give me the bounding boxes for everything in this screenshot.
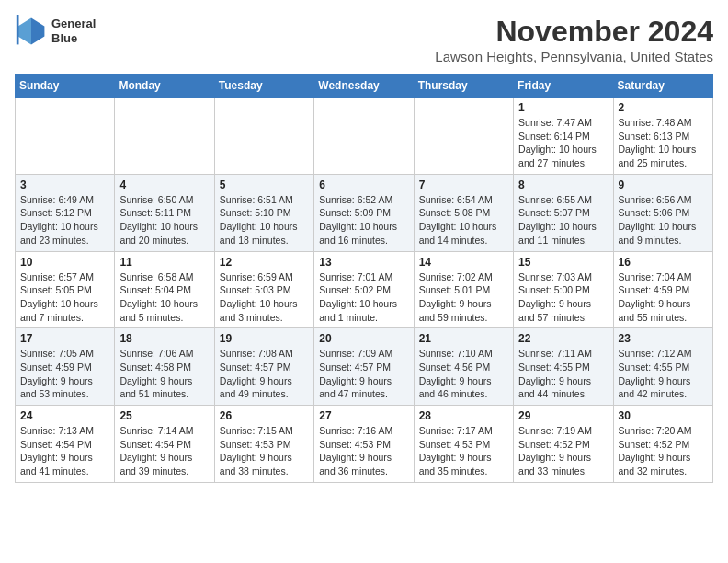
day-info: Sunrise: 6:58 AM Sunset: 5:04 PM Dayligh… bbox=[119, 270, 209, 325]
day-cell bbox=[214, 98, 313, 175]
day-cell: 30Sunrise: 7:20 AM Sunset: 4:52 PM Dayli… bbox=[613, 406, 712, 483]
day-info: Sunrise: 7:47 AM Sunset: 6:14 PM Dayligh… bbox=[518, 116, 608, 170]
day-number: 27 bbox=[319, 409, 408, 422]
day-number: 15 bbox=[518, 256, 608, 269]
day-info: Sunrise: 6:59 AM Sunset: 5:03 PM Dayligh… bbox=[220, 270, 309, 325]
day-cell: 12Sunrise: 6:59 AM Sunset: 5:03 PM Dayli… bbox=[214, 251, 313, 328]
day-cell: 22Sunrise: 7:11 AM Sunset: 4:55 PM Dayli… bbox=[514, 328, 613, 406]
weekday-header-monday: Monday bbox=[115, 75, 214, 98]
day-number: 6 bbox=[319, 178, 408, 191]
day-info: Sunrise: 7:05 AM Sunset: 4:59 PM Dayligh… bbox=[20, 347, 109, 401]
day-info: Sunrise: 7:48 AM Sunset: 6:13 PM Dayligh… bbox=[619, 116, 708, 170]
day-cell: 10Sunrise: 6:57 AM Sunset: 5:05 PM Dayli… bbox=[16, 251, 115, 328]
day-cell: 27Sunrise: 7:16 AM Sunset: 4:53 PM Dayli… bbox=[314, 406, 414, 483]
logo: General Blue bbox=[15, 15, 96, 48]
day-info: Sunrise: 7:01 AM Sunset: 5:02 PM Dayligh… bbox=[319, 270, 408, 325]
weekday-header-friday: Friday bbox=[514, 75, 613, 98]
day-cell: 26Sunrise: 7:15 AM Sunset: 4:53 PM Dayli… bbox=[214, 406, 313, 483]
day-number: 13 bbox=[319, 256, 408, 269]
day-number: 5 bbox=[220, 178, 309, 191]
logo-icon bbox=[15, 15, 48, 48]
day-info: Sunrise: 7:06 AM Sunset: 4:58 PM Dayligh… bbox=[119, 347, 209, 401]
day-info: Sunrise: 6:50 AM Sunset: 5:11 PM Dayligh… bbox=[119, 193, 209, 247]
day-number: 20 bbox=[319, 332, 408, 345]
day-cell: 29Sunrise: 7:19 AM Sunset: 4:52 PM Dayli… bbox=[514, 406, 613, 483]
day-number: 22 bbox=[518, 332, 608, 345]
day-info: Sunrise: 6:52 AM Sunset: 5:09 PM Dayligh… bbox=[319, 193, 408, 247]
day-info: Sunrise: 6:51 AM Sunset: 5:10 PM Dayligh… bbox=[220, 193, 309, 247]
day-cell bbox=[115, 98, 214, 175]
day-cell bbox=[314, 98, 414, 175]
day-cell: 7Sunrise: 6:54 AM Sunset: 5:08 PM Daylig… bbox=[414, 174, 513, 251]
day-info: Sunrise: 7:09 AM Sunset: 4:57 PM Dayligh… bbox=[319, 347, 408, 401]
day-cell: 1Sunrise: 7:47 AM Sunset: 6:14 PM Daylig… bbox=[514, 98, 613, 175]
week-row-1: 1Sunrise: 7:47 AM Sunset: 6:14 PM Daylig… bbox=[16, 98, 713, 175]
svg-rect-3 bbox=[17, 15, 19, 44]
day-info: Sunrise: 7:15 AM Sunset: 4:53 PM Dayligh… bbox=[220, 424, 309, 478]
day-info: Sunrise: 6:57 AM Sunset: 5:05 PM Dayligh… bbox=[20, 270, 109, 325]
calendar: SundayMondayTuesdayWednesdayThursdayFrid… bbox=[15, 74, 713, 483]
weekday-header-thursday: Thursday bbox=[414, 75, 513, 98]
day-cell: 2Sunrise: 7:48 AM Sunset: 6:13 PM Daylig… bbox=[613, 98, 712, 175]
week-row-2: 3Sunrise: 6:49 AM Sunset: 5:12 PM Daylig… bbox=[16, 174, 713, 251]
day-info: Sunrise: 7:19 AM Sunset: 4:52 PM Dayligh… bbox=[518, 424, 608, 478]
weekday-header-wednesday: Wednesday bbox=[314, 75, 414, 98]
day-number: 8 bbox=[518, 178, 608, 191]
day-number: 10 bbox=[20, 256, 109, 269]
day-cell: 25Sunrise: 7:14 AM Sunset: 4:54 PM Dayli… bbox=[115, 406, 214, 483]
day-info: Sunrise: 7:03 AM Sunset: 5:00 PM Dayligh… bbox=[518, 270, 608, 325]
day-number: 18 bbox=[119, 332, 209, 345]
day-info: Sunrise: 7:10 AM Sunset: 4:56 PM Dayligh… bbox=[419, 347, 508, 401]
day-info: Sunrise: 7:13 AM Sunset: 4:54 PM Dayligh… bbox=[20, 424, 109, 478]
day-number: 3 bbox=[20, 178, 109, 191]
day-cell: 13Sunrise: 7:01 AM Sunset: 5:02 PM Dayli… bbox=[314, 251, 414, 328]
day-info: Sunrise: 6:49 AM Sunset: 5:12 PM Dayligh… bbox=[20, 193, 109, 247]
day-info: Sunrise: 7:17 AM Sunset: 4:53 PM Dayligh… bbox=[419, 424, 508, 478]
day-number: 23 bbox=[619, 332, 708, 345]
day-number: 19 bbox=[220, 332, 309, 345]
day-number: 1 bbox=[518, 101, 608, 114]
week-row-5: 24Sunrise: 7:13 AM Sunset: 4:54 PM Dayli… bbox=[16, 406, 713, 483]
day-info: Sunrise: 7:16 AM Sunset: 4:53 PM Dayligh… bbox=[319, 424, 408, 478]
day-number: 11 bbox=[119, 256, 209, 269]
day-info: Sunrise: 6:56 AM Sunset: 5:06 PM Dayligh… bbox=[619, 193, 708, 247]
day-info: Sunrise: 7:14 AM Sunset: 4:54 PM Dayligh… bbox=[119, 424, 209, 478]
day-number: 16 bbox=[619, 256, 708, 269]
day-cell: 16Sunrise: 7:04 AM Sunset: 4:59 PM Dayli… bbox=[613, 251, 712, 328]
week-row-3: 10Sunrise: 6:57 AM Sunset: 5:05 PM Dayli… bbox=[16, 251, 713, 328]
day-info: Sunrise: 7:20 AM Sunset: 4:52 PM Dayligh… bbox=[619, 424, 708, 478]
location-title: Lawson Heights, Pennsylvania, United Sta… bbox=[435, 49, 713, 64]
logo-text: General Blue bbox=[51, 17, 96, 45]
day-cell: 19Sunrise: 7:08 AM Sunset: 4:57 PM Dayli… bbox=[214, 328, 313, 406]
day-cell: 5Sunrise: 6:51 AM Sunset: 5:10 PM Daylig… bbox=[214, 174, 313, 251]
day-cell: 23Sunrise: 7:12 AM Sunset: 4:55 PM Dayli… bbox=[613, 328, 712, 406]
weekday-header-row: SundayMondayTuesdayWednesdayThursdayFrid… bbox=[16, 75, 713, 98]
day-cell: 9Sunrise: 6:56 AM Sunset: 5:06 PM Daylig… bbox=[613, 174, 712, 251]
day-cell: 18Sunrise: 7:06 AM Sunset: 4:58 PM Dayli… bbox=[115, 328, 214, 406]
day-cell: 20Sunrise: 7:09 AM Sunset: 4:57 PM Dayli… bbox=[314, 328, 414, 406]
day-number: 9 bbox=[619, 178, 708, 191]
day-number: 7 bbox=[419, 178, 508, 191]
day-cell: 17Sunrise: 7:05 AM Sunset: 4:59 PM Dayli… bbox=[16, 328, 115, 406]
day-cell: 21Sunrise: 7:10 AM Sunset: 4:56 PM Dayli… bbox=[414, 328, 513, 406]
day-number: 21 bbox=[419, 332, 508, 345]
day-cell: 15Sunrise: 7:03 AM Sunset: 5:00 PM Dayli… bbox=[514, 251, 613, 328]
weekday-header-tuesday: Tuesday bbox=[214, 75, 313, 98]
weekday-header-sunday: Sunday bbox=[16, 75, 115, 98]
header: General Blue November 2024 Lawson Height… bbox=[15, 15, 713, 64]
day-cell: 3Sunrise: 6:49 AM Sunset: 5:12 PM Daylig… bbox=[16, 174, 115, 251]
day-number: 14 bbox=[419, 256, 508, 269]
day-number: 4 bbox=[119, 178, 209, 191]
day-number: 25 bbox=[119, 409, 209, 422]
day-info: Sunrise: 6:54 AM Sunset: 5:08 PM Dayligh… bbox=[419, 193, 508, 247]
week-row-4: 17Sunrise: 7:05 AM Sunset: 4:59 PM Dayli… bbox=[16, 328, 713, 406]
month-title: November 2024 bbox=[435, 15, 713, 49]
weekday-header-saturday: Saturday bbox=[613, 75, 712, 98]
day-cell: 11Sunrise: 6:58 AM Sunset: 5:04 PM Dayli… bbox=[115, 251, 214, 328]
day-cell bbox=[16, 98, 115, 175]
day-number: 26 bbox=[220, 409, 309, 422]
day-cell: 4Sunrise: 6:50 AM Sunset: 5:11 PM Daylig… bbox=[115, 174, 214, 251]
day-cell: 24Sunrise: 7:13 AM Sunset: 4:54 PM Dayli… bbox=[16, 406, 115, 483]
day-info: Sunrise: 7:02 AM Sunset: 5:01 PM Dayligh… bbox=[419, 270, 508, 325]
day-info: Sunrise: 7:12 AM Sunset: 4:55 PM Dayligh… bbox=[619, 347, 708, 401]
